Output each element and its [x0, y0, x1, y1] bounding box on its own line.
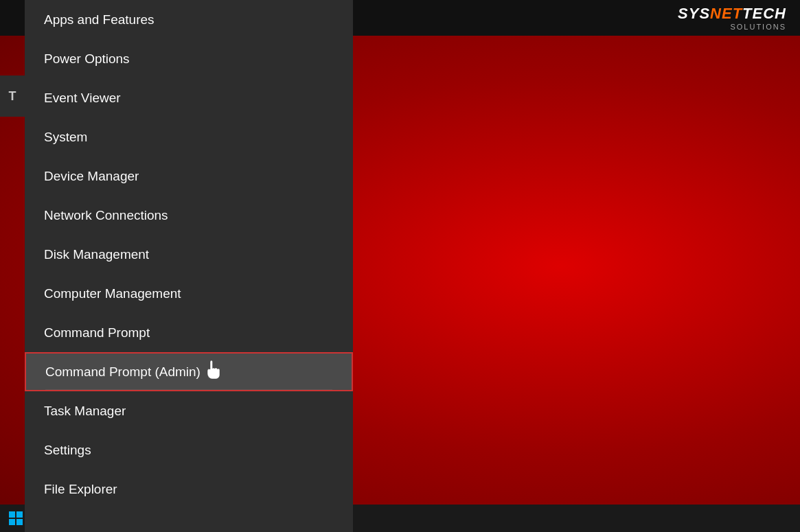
windows-logo-icon	[9, 511, 23, 525]
menu-label-command-prompt-admin: Command Prompt (Admin)	[45, 365, 201, 380]
cursor-hand-icon	[206, 360, 221, 383]
menu-item-apps-features[interactable]: Apps and Features	[25, 0, 353, 39]
hand-cursor-icon	[206, 360, 221, 380]
menu-item-device-manager[interactable]: Device Manager	[25, 157, 353, 196]
menu-item-event-viewer[interactable]: Event Viewer	[25, 78, 353, 117]
menu-item-command-prompt[interactable]: Command Prompt	[25, 313, 353, 352]
menu-item-power-options[interactable]: Power Options	[25, 39, 353, 78]
menu-label-system: System	[44, 130, 87, 145]
logo-area: SYSNETTECH Solutions	[678, 5, 786, 31]
logo-tech: TECH	[742, 5, 786, 22]
menu-label-device-manager: Device Manager	[44, 169, 139, 184]
menu-item-settings[interactable]: Settings	[25, 430, 353, 470]
menu-label-file-explorer: File Explorer	[44, 482, 117, 497]
svg-rect-2	[9, 519, 15, 525]
menu-item-command-prompt-admin[interactable]: Command Prompt (Admin)	[25, 352, 353, 391]
menu-label-apps-features: Apps and Features	[44, 12, 155, 27]
menu-item-task-manager[interactable]: Task Manager	[25, 391, 353, 430]
menu-label-task-manager: Task Manager	[44, 404, 126, 419]
context-menu: Apps and Features Power Options Event Vi…	[25, 0, 353, 532]
menu-item-system[interactable]: System	[25, 117, 353, 157]
menu-label-computer-management: Computer Management	[44, 286, 181, 301]
logo-sub: Solutions	[730, 23, 786, 31]
menu-label-command-prompt: Command Prompt	[44, 325, 150, 340]
logo-sysnet: SYS	[678, 5, 710, 22]
menu-item-computer-management[interactable]: Computer Management	[25, 274, 353, 313]
menu-label-disk-management: Disk Management	[44, 247, 149, 262]
svg-rect-1	[16, 511, 23, 518]
menu-label-settings: Settings	[44, 443, 91, 458]
svg-rect-0	[9, 511, 15, 518]
logo-net: NET	[710, 5, 742, 22]
logo-text: SYSNETTECH	[678, 5, 786, 23]
menu-item-disk-management[interactable]: Disk Management	[25, 235, 353, 274]
menu-item-network-connections[interactable]: Network Connections	[25, 196, 353, 235]
left-edge-decoration: T	[0, 76, 25, 117]
menu-item-file-explorer[interactable]: File Explorer	[25, 470, 353, 509]
menu-label-power-options: Power Options	[44, 51, 130, 67]
svg-rect-3	[16, 519, 23, 525]
menu-label-event-viewer: Event Viewer	[44, 91, 121, 106]
menu-label-network-connections: Network Connections	[44, 208, 168, 223]
